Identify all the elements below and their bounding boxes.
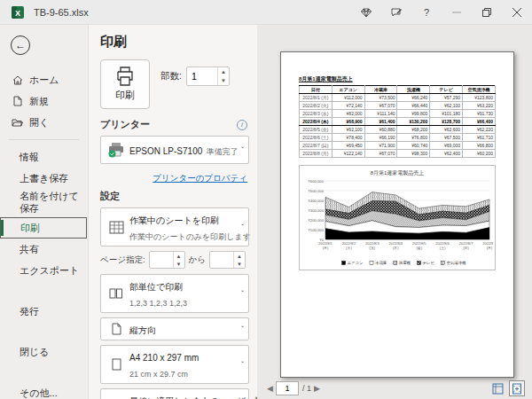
back-arrow-icon[interactable]: ←	[11, 35, 30, 55]
orientation-dropdown[interactable]: 縦方向 ˇ	[100, 317, 249, 340]
sheet-table: 日付エアコン冷蔵庫洗濯機テレビ空気清浄機 2022/8/1 (月)¥112,00…	[299, 85, 496, 158]
page-number-input[interactable]	[276, 381, 299, 395]
table-cell: 2022/8/7 (日)	[300, 142, 332, 150]
print-preview-pane: 8月第1週家電製品売上 日付エアコン冷蔵庫洗濯機テレビ空気清浄機 2022/8/…	[257, 25, 532, 399]
printer-section-label: プリンター	[100, 118, 150, 131]
excel-app-icon: X	[11, 5, 25, 20]
table-cell: ¥63,600	[430, 126, 463, 134]
sidebar-item-publish[interactable]: 発行	[0, 301, 88, 322]
paper-size-title: A4 210 x 297 mm	[129, 353, 199, 363]
table-row: 2022/8/3 (水)¥82,000¥111,140¥99,800¥101,1…	[300, 110, 496, 118]
table-cell: 2022/8/5 (金)	[300, 126, 332, 134]
table-cell: ¥130,200	[397, 118, 430, 126]
premium-gem-icon[interactable]	[351, 0, 381, 25]
pages-from-input[interactable]	[150, 252, 173, 268]
svg-text:エアコン: エアコン	[348, 261, 364, 265]
sidebar-item-print[interactable]: 印刷	[0, 217, 87, 239]
svg-text:X: X	[15, 8, 20, 17]
chevron-down-icon: ˇ	[239, 145, 245, 154]
table-cell: ¥67,070	[364, 150, 397, 158]
sidebar-item-home[interactable]: ホーム	[0, 69, 88, 90]
paper-size-subtitle: 21 cm x 29.7 cm	[129, 370, 188, 379]
table-cell: ¥63,220	[463, 102, 496, 110]
help-icon[interactable]: ?	[411, 0, 442, 25]
close-icon[interactable]	[502, 0, 532, 25]
table-header-cell: テレビ	[430, 86, 463, 94]
title-bar: X TB-9-65.xlsx ?	[0, 0, 532, 25]
copies-input[interactable]	[187, 67, 217, 85]
collation-subtitle: 1,2,3 1,2,3 1,2,3	[129, 299, 187, 308]
table-cell: ¥61,710	[463, 134, 496, 142]
print-what-subtitle: 作業中のシートのみを印刷します	[129, 232, 251, 241]
table-cell: ¥68,900	[332, 118, 364, 126]
previous-page-icon[interactable]: ◀	[264, 384, 276, 393]
table-header-cell: エアコン	[332, 86, 364, 94]
feedback-icon[interactable]	[381, 0, 411, 25]
svg-text:洗濯機: 洗濯機	[399, 261, 411, 265]
printer-properties-link[interactable]: プリンターのプロパティ	[153, 173, 247, 183]
window-title: TB-9-65.xlsx	[34, 7, 89, 18]
svg-text:2022/8/8(月): 2022/8/8(月)	[482, 241, 493, 250]
sidebar-item-open[interactable]: 開く	[0, 112, 88, 133]
collation-dropdown[interactable]: 部単位で印刷 1,2,3 1,2,3 1,2,3 ˇ	[100, 274, 249, 313]
svg-text:¥200,000: ¥200,000	[309, 218, 325, 223]
sidebar-item-close[interactable]: 閉じる	[0, 341, 88, 363]
table-cell: ¥122,140	[332, 150, 364, 158]
table-row: 2022/8/1 (月)¥112,000¥73,500¥66,240¥57,29…	[300, 94, 496, 102]
table-cell: 2022/8/1 (月)	[300, 94, 332, 102]
table-cell: 2022/8/8 (月)	[300, 150, 332, 158]
table-cell: ¥69,000	[430, 142, 463, 150]
sheet-table-title: 8月第1週家電製品売上	[299, 75, 496, 83]
table-header-cell: 洗濯機	[397, 86, 430, 94]
table-cell: ¥128,700	[430, 118, 463, 126]
sidebar-gap	[0, 363, 88, 382]
sidebar-item-save-as[interactable]: 名前を付けて保存	[0, 189, 88, 217]
sidebar-item-new[interactable]: 新規	[0, 90, 88, 112]
print-what-dropdown[interactable]: 作業中のシートを印刷 作業中のシートのみを印刷します ˇ	[100, 207, 249, 246]
table-cell: ¥71,900	[364, 142, 397, 150]
pages-from-stepper[interactable]: ▲▼	[149, 251, 185, 269]
sidebar-item-export[interactable]: エクスポート	[0, 260, 88, 281]
printer-dropdown[interactable]: EPSON LP-S7100 準備完了 ˇ	[100, 136, 249, 164]
copies-stepper[interactable]: ▲▼	[186, 66, 230, 86]
show-margins-icon[interactable]	[489, 380, 505, 396]
zoom-to-page-icon[interactable]	[509, 380, 525, 396]
print-button-label: 印刷	[115, 89, 135, 102]
next-page-icon[interactable]: ▶	[311, 384, 323, 393]
table-cell: ¥66,800	[463, 142, 496, 150]
table-cell: ¥60,200	[463, 150, 496, 158]
chevron-down-icon: ˇ	[239, 223, 245, 231]
table-row: 2022/8/2 (火)¥72,140¥67,070¥66,440¥62,100…	[300, 102, 496, 110]
table-cell: ¥91,730	[463, 110, 496, 118]
minimize-icon[interactable]	[442, 0, 472, 25]
table-cell: ¥62,100	[332, 126, 364, 134]
table-row: 2022/8/5 (金)¥62,100¥60,880¥68,200¥63,600…	[300, 126, 496, 134]
table-cell: 2022/8/2 (火)	[300, 102, 332, 110]
table-cell: ¥73,500	[364, 94, 397, 102]
sidebar-item-more[interactable]: その他...	[0, 382, 88, 399]
table-header-row: 日付エアコン冷蔵庫洗濯機テレビ空気清浄機	[300, 86, 496, 94]
paper-size-dropdown[interactable]: A4 210 x 297 mm 21 cm x 29.7 cm ˇ	[100, 345, 249, 384]
sidebar-item-save[interactable]: 上書き保存	[0, 168, 88, 189]
table-cell: ¥98,300	[397, 150, 430, 158]
chevron-down-icon: ˇ	[239, 289, 245, 298]
sidebar-item-share[interactable]: 共有	[0, 239, 88, 260]
info-icon[interactable]: i	[237, 120, 247, 130]
sidebar-item-info[interactable]: 情報	[0, 146, 88, 168]
table-header-cell: 空気清浄機	[463, 86, 496, 94]
chart-title: 8月第1週家電製品売上	[301, 169, 493, 177]
pages-label: ページ指定:	[100, 254, 145, 266]
pages-to-input[interactable]	[210, 252, 233, 268]
svg-text:2022/8/4(木): 2022/8/4(木)	[388, 241, 403, 250]
copies-spinner-arrows[interactable]: ▲▼	[217, 67, 229, 85]
pages-to-stepper[interactable]: ▲▼	[209, 251, 246, 269]
sidebar-gap	[0, 322, 88, 341]
pages-to-label: から	[189, 254, 206, 266]
printer-status-icon	[106, 142, 126, 158]
restore-icon[interactable]	[472, 0, 502, 25]
table-cell: ¥123,800	[463, 94, 496, 102]
printer-name: EPSON LP-S7100	[129, 146, 202, 156]
svg-text:2022/8/3(水): 2022/8/3(水)	[365, 241, 379, 250]
margins-dropdown[interactable]: 最後に適用した余白のユーザー設定 上: 1.9 cm 下: 1.9 cm 左: …	[100, 388, 249, 399]
print-button[interactable]: 印刷	[100, 59, 150, 109]
